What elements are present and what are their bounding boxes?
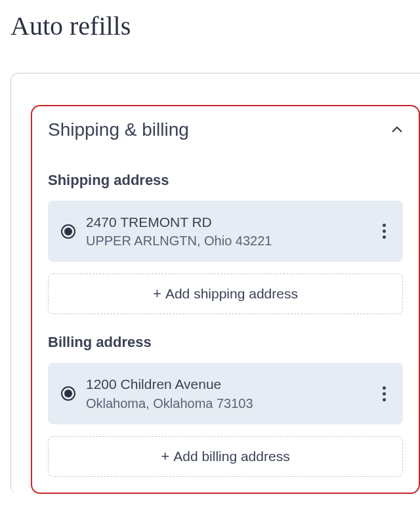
billing-address-line2: Oklahoma, Oklahoma 73103	[86, 394, 368, 413]
add-billing-address-button[interactable]: + Add billing address	[48, 436, 403, 477]
plus-icon: +	[161, 449, 169, 464]
billing-address-line1: 1200 Children Avenue	[86, 374, 368, 394]
kebab-menu-icon[interactable]	[379, 382, 390, 405]
shipping-address-line1: 2470 TREMONT RD	[86, 212, 368, 232]
auto-refills-card: Shipping & billing Shipping address 2470…	[10, 73, 420, 494]
radio-selected-icon[interactable]	[61, 386, 75, 401]
add-billing-label: Add billing address	[173, 449, 289, 464]
plus-icon: +	[153, 287, 161, 301]
shipping-billing-panel: Shipping & billing Shipping address 2470…	[31, 105, 420, 494]
kebab-menu-icon[interactable]	[379, 220, 390, 243]
billing-address-text: 1200 Children Avenue Oklahoma, Oklahoma …	[86, 374, 368, 412]
shipping-subsection-title: Shipping address	[48, 172, 403, 189]
shipping-address-text: 2470 TREMONT RD UPPER ARLNGTN, Ohio 4322…	[86, 212, 368, 250]
shipping-block: Shipping address 2470 TREMONT RD UPPER A…	[48, 172, 403, 314]
section-header[interactable]: Shipping & billing	[48, 119, 403, 140]
add-shipping-label: Add shipping address	[165, 286, 298, 302]
billing-block: Billing address 1200 Children Avenue Okl…	[48, 334, 403, 476]
shipping-address-row[interactable]: 2470 TREMONT RD UPPER ARLNGTN, Ohio 4322…	[48, 201, 403, 262]
section-title: Shipping & billing	[48, 119, 189, 140]
billing-address-row[interactable]: 1200 Children Avenue Oklahoma, Oklahoma …	[48, 363, 403, 424]
shipping-address-line2: UPPER ARLNGTN, Ohio 43221	[86, 232, 368, 250]
billing-subsection-title: Billing address	[48, 334, 403, 351]
page-title: Auto refills	[10, 10, 420, 41]
radio-selected-icon[interactable]	[61, 224, 75, 239]
chevron-up-icon[interactable]	[391, 124, 403, 136]
add-shipping-address-button[interactable]: + Add shipping address	[48, 273, 403, 314]
